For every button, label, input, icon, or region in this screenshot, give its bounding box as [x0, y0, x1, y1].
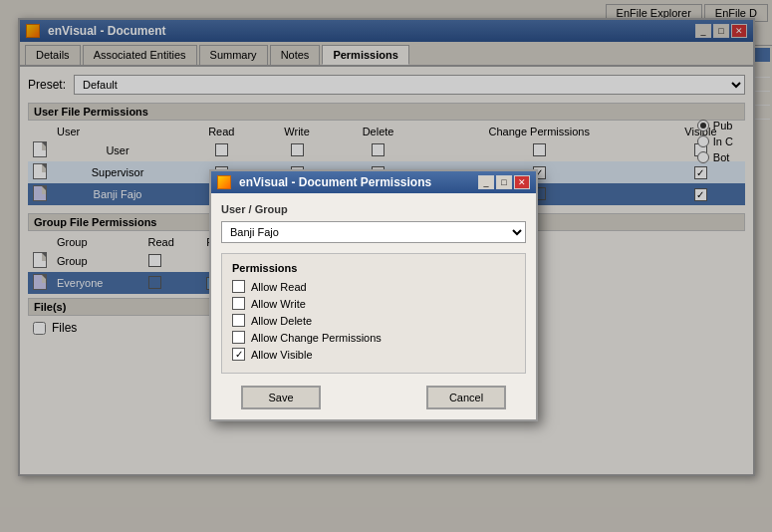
permissions-group-label: Permissions: [232, 262, 515, 274]
permissions-group-box: Permissions Allow Read Allow Write Allow…: [221, 253, 526, 374]
perm-allow-change: Allow Change Permissions: [232, 331, 515, 344]
allow-read-label: Allow Read: [251, 281, 307, 293]
dialog-maximize-btn[interactable]: □: [496, 175, 512, 189]
dialog-minimize-btn[interactable]: _: [478, 175, 494, 189]
dialog-controls: _ □ ✕: [478, 175, 530, 189]
user-group-select[interactable]: Banji Fajo: [221, 221, 526, 243]
allow-visible-checkbox[interactable]: [232, 348, 245, 361]
perm-allow-write: Allow Write: [232, 297, 515, 310]
allow-visible-label: Allow Visible: [251, 349, 313, 361]
dialog-title-icon: [217, 175, 231, 189]
cancel-button[interactable]: Cancel: [426, 386, 506, 409]
dialog-close-btn[interactable]: ✕: [514, 175, 530, 189]
allow-delete-checkbox[interactable]: [232, 314, 245, 327]
perm-allow-visible: Allow Visible: [232, 348, 515, 361]
allow-change-label: Allow Change Permissions: [251, 332, 382, 344]
perm-allow-delete: Allow Delete: [232, 314, 515, 327]
allow-write-label: Allow Write: [251, 298, 306, 310]
perm-allow-read: Allow Read: [232, 280, 515, 293]
dialog-overlay: enVisual - Document Permissions _ □ ✕ Us…: [0, 0, 772, 532]
dialog-body: User / Group Banji Fajo Permissions Allo…: [211, 193, 536, 419]
permissions-dialog: enVisual - Document Permissions _ □ ✕ Us…: [209, 169, 538, 421]
allow-change-checkbox[interactable]: [232, 331, 245, 344]
allow-write-checkbox[interactable]: [232, 297, 245, 310]
allow-delete-label: Allow Delete: [251, 315, 312, 327]
allow-read-checkbox[interactable]: [232, 280, 245, 293]
save-button[interactable]: Save: [241, 386, 321, 409]
dialog-buttons: Save Cancel: [221, 386, 526, 409]
dialog-titlebar: enVisual - Document Permissions _ □ ✕: [211, 171, 536, 193]
user-group-label: User / Group: [221, 203, 526, 215]
dialog-title-text: enVisual - Document Permissions: [239, 175, 431, 189]
